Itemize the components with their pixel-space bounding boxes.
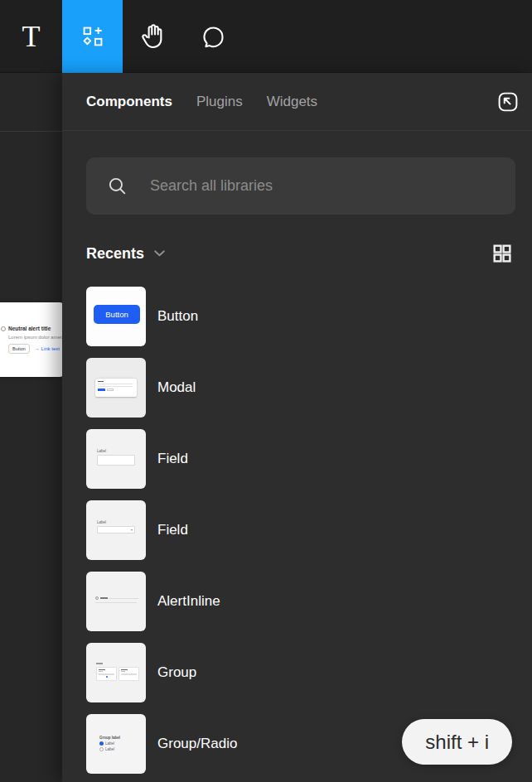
thumbnail-field-select: Label (86, 500, 146, 560)
components-icon (80, 24, 105, 49)
canvas-frame-edge (0, 131, 62, 132)
components-panel: Components Plugins Widgets Recents (62, 73, 532, 782)
thumbnail-button: Button (86, 287, 146, 346)
toolbar: T (0, 0, 532, 73)
item-label: AlertInline (157, 593, 220, 610)
item-label: Modal (157, 379, 196, 396)
thumbnail-group-radio: Group label Label Label (86, 714, 146, 774)
panel-tabs: Components Plugins Widgets (86, 94, 317, 109)
canvas-alert-component[interactable]: Neutral alert title Lorem ipsum dolor am… (0, 302, 62, 377)
search-box[interactable] (86, 157, 515, 215)
item-label: Group (157, 664, 196, 681)
list-item-alertinline[interactable]: AlertInline (86, 572, 532, 631)
radio-unselected-icon (99, 747, 104, 751)
tab-components[interactable]: Components (86, 94, 172, 109)
search-icon (106, 175, 128, 197)
item-label: Field (157, 522, 188, 538)
thumbnail-field-input: Label (86, 429, 146, 489)
arrow-up-left-box-icon (496, 89, 520, 114)
comment-icon (201, 24, 226, 50)
comment-tool-button[interactable] (183, 0, 244, 73)
popout-panel-button[interactable] (496, 89, 520, 114)
panel-header: Components Plugins Widgets (62, 73, 532, 131)
chevron-down-icon[interactable] (153, 249, 166, 258)
list-item-group[interactable]: Group (86, 643, 532, 702)
tab-widgets[interactable]: Widgets (267, 94, 317, 109)
recents-row: Recents (86, 242, 513, 264)
grid-icon (491, 242, 513, 264)
text-tool-icon: T (22, 22, 41, 51)
info-circle-icon (1, 326, 6, 331)
thumbnail-group (86, 643, 146, 702)
recents-title[interactable]: Recents (86, 246, 144, 261)
alert-button: Button (8, 344, 30, 354)
thumbnail-modal (86, 358, 146, 418)
list-item-button[interactable]: Button Button (86, 287, 532, 346)
list-item-field[interactable]: Label Field (86, 429, 532, 489)
hand-tool-button[interactable] (123, 0, 183, 73)
canvas-area[interactable]: Neutral alert title Lorem ipsum dolor am… (0, 73, 62, 782)
component-list: Button Button Modal L (86, 287, 532, 774)
list-item-modal[interactable]: Modal (86, 358, 532, 418)
components-tool-button[interactable] (62, 0, 123, 73)
radio-selected-icon (99, 741, 104, 746)
alert-title: Neutral alert title (8, 326, 51, 331)
list-item-field-select[interactable]: Label Field (86, 500, 532, 560)
thumbnail-alertinline (86, 572, 146, 631)
hand-tool-icon (139, 22, 167, 51)
alert-link: → Link text (35, 346, 60, 351)
tab-plugins[interactable]: Plugins (196, 94, 243, 109)
figma-dark-ui: T (0, 0, 532, 782)
mini-button: Button (94, 305, 140, 324)
text-tool-button[interactable]: T (0, 0, 62, 73)
grid-view-toggle[interactable] (491, 242, 513, 264)
item-label: Group/Radio (157, 736, 237, 752)
search-input[interactable] (150, 177, 515, 195)
item-label: Button (157, 308, 198, 325)
alert-body: Lorem ipsum dolor amet consec (8, 335, 61, 340)
item-label: Field (157, 451, 188, 467)
shortcut-badge: shift + i (402, 719, 512, 765)
select-caret (131, 529, 133, 531)
